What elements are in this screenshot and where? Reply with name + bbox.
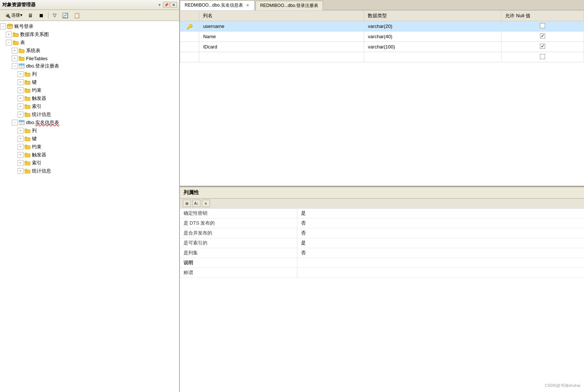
svg-rect-41 bbox=[25, 161, 27, 162]
tree-label: 约束 bbox=[32, 87, 41, 94]
toolbar-btn-2[interactable]: ⏹ bbox=[36, 11, 46, 19]
expand-button[interactable]: 📋 bbox=[72, 11, 82, 19]
tree-item-trigger2[interactable]: +触发器 bbox=[0, 151, 179, 159]
prop-value bbox=[297, 258, 584, 268]
disconnect-icon: ⏹ bbox=[39, 12, 44, 18]
tree-item-account[interactable]: −账号登录 bbox=[0, 22, 179, 30]
tree-toggle[interactable]: + bbox=[18, 112, 23, 117]
table-row[interactable]: 🔑usernamevarchar(20) bbox=[180, 21, 584, 32]
tree-toggle[interactable]: − bbox=[0, 23, 6, 29]
svg-rect-9 bbox=[19, 57, 21, 58]
tree-toggle[interactable]: + bbox=[18, 136, 23, 142]
column-name-cell[interactable]: username bbox=[199, 21, 364, 32]
connect-button[interactable]: 🔌 连接▾ bbox=[2, 11, 25, 19]
key-cell bbox=[180, 52, 199, 62]
folder-icon bbox=[24, 79, 31, 85]
nullable-checkbox[interactable] bbox=[540, 23, 545, 28]
nullable-checkbox[interactable] bbox=[540, 44, 545, 49]
tab-logintable-tab[interactable]: REDMIBOO...dbo.登录注册表 bbox=[255, 1, 323, 10]
tree-toggle[interactable]: + bbox=[18, 79, 23, 85]
column-name-cell[interactable] bbox=[199, 52, 364, 62]
filter-button[interactable]: ▽ bbox=[51, 11, 59, 19]
svg-rect-18 bbox=[25, 80, 27, 81]
tree-toggle[interactable]: + bbox=[18, 87, 23, 93]
tree-item-realtable[interactable]: −dbo.实名信息表 bbox=[0, 119, 179, 127]
tree-item-index2[interactable]: +索引 bbox=[0, 159, 179, 167]
prop-value: 是 bbox=[297, 208, 584, 218]
tree-item-constraint2[interactable]: +约束 bbox=[0, 143, 179, 151]
svg-rect-33 bbox=[25, 129, 27, 130]
column-type-cell[interactable]: varchar(40) bbox=[364, 32, 501, 42]
props-pages-button[interactable]: ≡ bbox=[202, 200, 210, 207]
tree-toggle[interactable]: − bbox=[12, 120, 18, 126]
column-nullable-cell[interactable] bbox=[501, 32, 584, 42]
tree-item-filetables[interactable]: +FileTables bbox=[0, 55, 179, 62]
explorer-toolbar: 🔌 连接▾ 🖥 ⏹ ▽ 🔄 📋 bbox=[0, 10, 179, 21]
folder-icon bbox=[24, 160, 31, 166]
table-row[interactable]: Namevarchar(40) bbox=[180, 32, 584, 42]
refresh-button[interactable]: 🔄 bbox=[60, 11, 70, 19]
table-row[interactable] bbox=[180, 52, 584, 62]
tree-toggle[interactable]: − bbox=[12, 63, 18, 69]
column-nullable-cell[interactable] bbox=[501, 21, 584, 32]
tab-realtable-tab[interactable]: REDMIBOO...dbo.实名信息表✕ bbox=[180, 0, 255, 10]
column-type-cell[interactable] bbox=[364, 52, 501, 62]
props-sort-button[interactable]: A↓ bbox=[192, 200, 200, 207]
tree-item-logintable[interactable]: −dbo.登录注册表 bbox=[0, 62, 179, 70]
close-button[interactable]: ✕ bbox=[170, 2, 177, 8]
panel-controls: ▾ 📌 ✕ bbox=[159, 2, 177, 8]
tree-toggle[interactable]: + bbox=[6, 32, 12, 37]
tree-item-key1[interactable]: +键 bbox=[0, 78, 179, 86]
prop-row: 是可索引的是 bbox=[180, 238, 584, 248]
folder-icon bbox=[24, 144, 31, 150]
prop-value: 是 bbox=[297, 238, 584, 248]
tree-toggle[interactable]: + bbox=[18, 168, 23, 174]
tree-label: 键 bbox=[32, 79, 37, 86]
tree-toggle[interactable]: + bbox=[18, 128, 23, 134]
col-name-header: 列名 bbox=[199, 11, 364, 21]
tree-item-col1[interactable]: +列 bbox=[0, 70, 179, 78]
tree-item-stats2[interactable]: +统计信息 bbox=[0, 167, 179, 175]
tree-item-key2[interactable]: +键 bbox=[0, 135, 179, 143]
svg-rect-11 bbox=[19, 63, 24, 65]
tree-item-tables[interactable]: −表 bbox=[0, 39, 179, 47]
column-nullable-cell[interactable] bbox=[501, 52, 584, 62]
table-row[interactable]: IDcardvarchar(100) bbox=[180, 42, 584, 52]
tree-toggle[interactable]: + bbox=[12, 48, 18, 54]
folder-icon bbox=[24, 104, 31, 109]
column-type-cell[interactable]: varchar(100) bbox=[364, 42, 501, 52]
tree-item-trigger1[interactable]: +触发器 bbox=[0, 94, 179, 102]
tree-item-index1[interactable]: +索引 bbox=[0, 102, 179, 110]
svg-rect-39 bbox=[25, 153, 27, 154]
folder-icon bbox=[12, 40, 19, 46]
tab-bar: REDMIBOO...dbo.实名信息表✕REDMIBOO...dbo.登录注册… bbox=[180, 0, 584, 10]
column-name-cell[interactable]: Name bbox=[199, 32, 364, 42]
tree-toggle[interactable]: + bbox=[18, 95, 23, 101]
tree-item-constraint1[interactable]: +约束 bbox=[0, 86, 179, 94]
tree-item-stats1[interactable]: +统计信息 bbox=[0, 110, 179, 119]
prop-label: 是列集 bbox=[180, 248, 297, 258]
nullable-checkbox[interactable] bbox=[540, 33, 545, 39]
pin-button[interactable]: 📌 bbox=[163, 2, 170, 8]
toolbar-btn-1[interactable]: 🖥 bbox=[26, 11, 35, 19]
tree-item-systables[interactable]: +系统表 bbox=[0, 47, 179, 55]
tree-toggle[interactable]: + bbox=[12, 55, 18, 61]
tab-close-button[interactable]: ✕ bbox=[245, 3, 250, 8]
column-name-cell[interactable]: IDcard bbox=[199, 42, 364, 52]
svg-rect-7 bbox=[19, 49, 21, 50]
tree-toggle[interactable]: + bbox=[18, 152, 23, 158]
svg-rect-35 bbox=[25, 137, 27, 138]
tree-toggle[interactable]: − bbox=[6, 40, 12, 46]
nullable-checkbox[interactable] bbox=[540, 54, 545, 59]
tree-item-dbdiagram[interactable]: +数据库关系图 bbox=[0, 30, 179, 39]
svg-rect-24 bbox=[25, 105, 27, 106]
tree-toggle[interactable]: + bbox=[18, 71, 23, 77]
tree-toggle[interactable]: + bbox=[18, 144, 23, 150]
props-grid-button[interactable]: ⊞ bbox=[183, 200, 191, 207]
tree-item-col2[interactable]: +列 bbox=[0, 127, 179, 135]
column-type-cell[interactable]: varchar(20) bbox=[364, 21, 501, 32]
tree-toggle[interactable]: + bbox=[18, 104, 23, 109]
table-header-row: 列名 数据类型 允许 Null 值 bbox=[180, 11, 584, 21]
tree-toggle[interactable]: + bbox=[18, 160, 23, 166]
column-nullable-cell[interactable] bbox=[501, 42, 584, 52]
